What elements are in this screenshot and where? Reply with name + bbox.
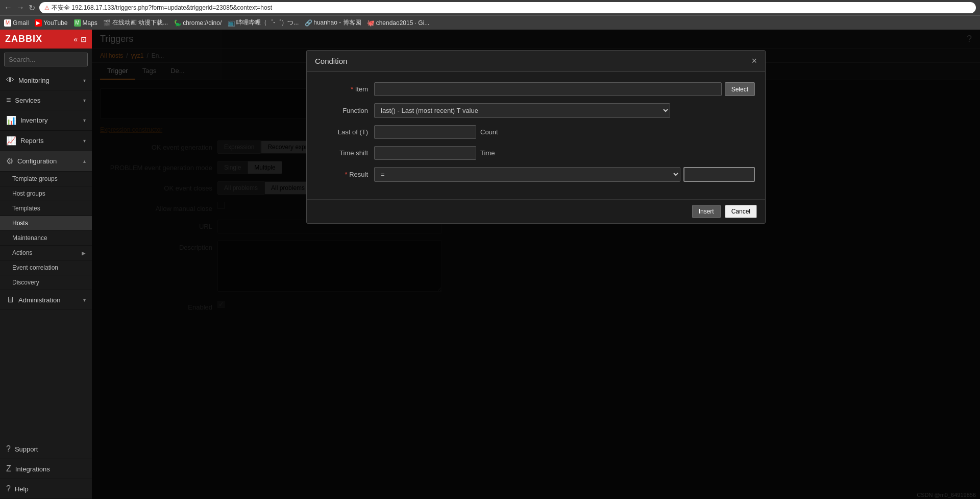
gmail-icon: M	[4, 19, 11, 27]
support-label: Support	[15, 445, 86, 453]
url-bar[interactable]: ⚠ 不安全 192.168.17.133/triggers.php?form=u…	[39, 2, 976, 13]
help-label: Help	[15, 485, 86, 493]
sidebar-item-services[interactable]: ≡ Services ▾	[0, 90, 92, 110]
logo-text: ZABBIX	[5, 34, 42, 44]
cancel-button[interactable]: Cancel	[725, 205, 757, 218]
sidebar-item-support[interactable]: ? Support	[0, 439, 92, 459]
services-arrow: ▾	[83, 98, 86, 103]
bookmark-bilibili[interactable]: 📺 哔哩哔哩（゜-゜）つ...	[228, 18, 299, 27]
forward-button[interactable]: →	[16, 3, 24, 12]
bookmark-huanhao[interactable]: 🔗 huanhao - 博客园	[305, 18, 361, 27]
expand-icon[interactable]: ⊡	[81, 35, 87, 43]
sidebar-item-help[interactable]: ? Help	[0, 479, 92, 499]
reload-button[interactable]: ↻	[29, 3, 35, 13]
bookmark-github[interactable]: 🐙 chendao2015 · Gi...	[368, 19, 430, 27]
admin-arrow: ▾	[83, 297, 86, 303]
admin-label: Administration	[18, 296, 79, 304]
bookmark-huanhao-label: huanhao - 博客园	[313, 18, 361, 27]
configuration-arrow: ▴	[83, 158, 86, 164]
actions-label: Actions	[12, 249, 32, 256]
result-value-input[interactable]: 1	[683, 167, 755, 182]
security-warning: 不安全	[52, 4, 70, 12]
browser-chrome: ← → ↻ ⚠ 不安全 192.168.17.133/triggers.php?…	[0, 0, 980, 15]
time-shift-label: Time shift	[317, 149, 368, 157]
services-label: Services	[15, 97, 79, 104]
item-input[interactable]: yyz1: check mysql master_slave status	[374, 82, 722, 96]
last-of-t-field[interactable]	[374, 125, 476, 139]
sidebar: ZABBIX « ⊡ 👁 Monitoring ▾ ≡ Services ▾ 📊…	[0, 30, 92, 499]
monitoring-label: Monitoring	[18, 77, 79, 84]
reports-label: Reports	[20, 137, 79, 145]
maps-icon: M	[74, 19, 81, 27]
time-shift-input: now-h Time	[374, 146, 755, 160]
sidebar-item-configuration[interactable]: ⚙ Configuration ▴	[0, 151, 92, 172]
sidebar-item-integrations[interactable]: Z Integrations	[0, 459, 92, 479]
configuration-label: Configuration	[17, 157, 79, 165]
bookmark-gmail-label: Gmail	[13, 19, 29, 27]
reports-icon: 📈	[6, 136, 16, 146]
time-shift-row: Time shift now-h Time	[317, 146, 755, 160]
result-label: Result	[317, 171, 368, 178]
inventory-arrow: ▾	[83, 117, 86, 123]
sidebar-logo: ZABBIX « ⊡	[0, 30, 92, 49]
condition-modal: Condition × Item yyz1: check mysql maste…	[306, 50, 766, 224]
bookmark-gmail[interactable]: M Gmail	[4, 19, 29, 27]
logo-controls: « ⊡	[74, 35, 87, 43]
function-select[interactable]: last() - Last (most recent) T value	[374, 103, 670, 118]
function-label: Function	[317, 107, 368, 114]
modal-header: Condition ×	[307, 51, 765, 72]
main-layout: ZABBIX « ⊡ 👁 Monitoring ▾ ≡ Services ▾ 📊…	[0, 30, 980, 499]
last-of-t-row: Last of (T) Count	[317, 125, 755, 139]
sidebar-search	[0, 49, 92, 70]
sidebar-item-inventory[interactable]: 📊 Inventory ▾	[0, 110, 92, 131]
last-of-t-input: Count	[374, 125, 755, 139]
insert-button[interactable]: Insert	[692, 205, 721, 218]
collapse-icon[interactable]: «	[74, 35, 78, 43]
modal-footer: Insert Cancel	[307, 199, 765, 223]
bilibili-icon: 📺	[228, 19, 235, 27]
sidebar-item-event-correlation[interactable]: Event correlation	[0, 260, 92, 275]
bookmark-github-label: chendao2015 · Gi...	[376, 19, 430, 27]
inventory-icon: 📊	[6, 115, 16, 125]
select-button[interactable]: Select	[725, 82, 755, 96]
sidebar-item-discovery[interactable]: Discovery	[0, 275, 92, 290]
bookmark-anime-label: 在线动画 动漫下载...	[112, 18, 168, 27]
search-input[interactable]	[4, 53, 88, 66]
result-operator-select[interactable]: = <> < > <= >=	[374, 167, 680, 182]
sidebar-item-actions[interactable]: Actions ▶	[0, 246, 92, 260]
sidebar-item-templates[interactable]: Templates	[0, 201, 92, 216]
function-input: last() - Last (most recent) T value	[374, 103, 755, 118]
bookmark-maps-label: Maps	[83, 19, 97, 27]
item-field: yyz1: check mysql master_slave status Se…	[374, 82, 755, 96]
youtube-icon: ▶	[35, 19, 42, 27]
modal-close-button[interactable]: ×	[751, 56, 757, 66]
bookmark-youtube[interactable]: ▶ YouTube	[35, 19, 67, 27]
sidebar-item-template-groups[interactable]: Template groups	[0, 172, 92, 186]
item-row: Item yyz1: check mysql master_slave stat…	[317, 82, 755, 96]
configuration-icon: ⚙	[6, 156, 13, 166]
sidebar-item-host-groups[interactable]: Host groups	[0, 186, 92, 201]
modal-body: Item yyz1: check mysql master_slave stat…	[307, 72, 765, 199]
sidebar-item-monitoring[interactable]: 👁 Monitoring ▾	[0, 70, 92, 90]
bookmark-anime[interactable]: 🎬 在线动画 动漫下载...	[104, 18, 168, 27]
inventory-label: Inventory	[20, 116, 79, 124]
function-row: Function last() - Last (most recent) T v…	[317, 103, 755, 118]
bookmark-dino[interactable]: 🦕 chrome://dino/	[174, 19, 222, 27]
result-row: Result = <> < > <= >= 1	[317, 167, 755, 182]
github-icon: 🐙	[368, 19, 375, 27]
back-button[interactable]: ←	[4, 3, 12, 12]
time-label: Time	[480, 149, 495, 157]
bookmark-youtube-label: YouTube	[43, 19, 67, 27]
security-icon: ⚠	[44, 5, 50, 11]
bookmark-dino-label: chrome://dino/	[183, 19, 222, 27]
sidebar-item-maintenance[interactable]: Maintenance	[0, 231, 92, 246]
sidebar-item-reports[interactable]: 📈 Reports ▾	[0, 131, 92, 151]
bookmark-maps[interactable]: M Maps	[74, 19, 97, 27]
monitoring-icon: 👁	[6, 76, 14, 85]
url-text: 192.168.17.133/triggers.php?form=update&…	[71, 4, 272, 11]
sidebar-item-administration[interactable]: 🖥 Administration ▾	[0, 290, 92, 310]
time-shift-field[interactable]: now-h	[374, 146, 476, 160]
item-label: Item	[317, 85, 368, 93]
admin-icon: 🖥	[6, 295, 14, 304]
sidebar-item-hosts[interactable]: Hosts	[0, 216, 92, 231]
